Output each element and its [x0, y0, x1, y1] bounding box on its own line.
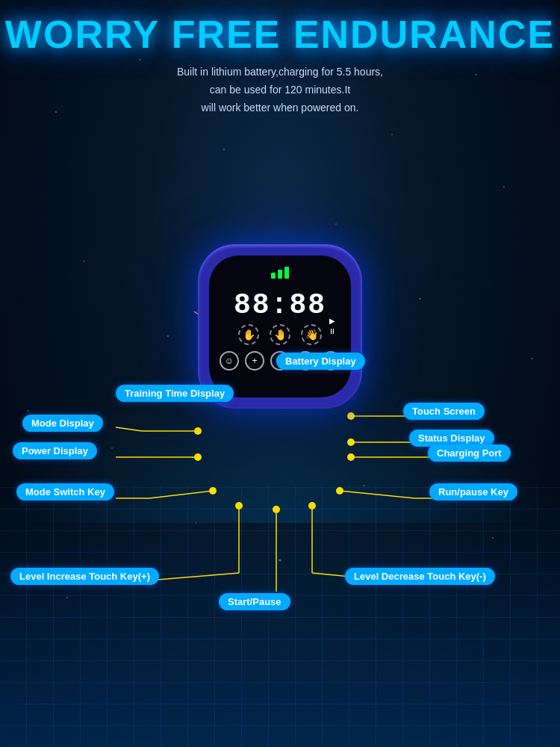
page-content: WORRY FREE ENDURANCE Built in lithium ba… — [0, 0, 560, 747]
run-pause-key-label: Run/pause Key — [429, 483, 517, 500]
training-time-display-label: Training Time Display — [116, 385, 234, 402]
time-value: 88:88 — [234, 289, 326, 321]
device: 88:88 ▶ ⏸ ✋ 🤚 👋 ☺ + ⏻ − — [198, 244, 362, 409]
svg-line-7 — [116, 427, 142, 431]
level-decrease-label: Level Decrease Touch Key(-) — [345, 568, 495, 585]
level-increase-label: Level Increase Touch Key(+) — [10, 568, 159, 585]
subtitle: Built in lithium battery,charging for 5.… — [177, 56, 383, 117]
svg-point-29 — [347, 453, 355, 461]
mode-icon-2: 🤚 — [270, 324, 290, 345]
device-area: 88:88 ▶ ⏸ ✋ 🤚 👋 ☺ + ⏻ − — [0, 132, 560, 618]
battery-display-label: Battery Display — [276, 353, 365, 370]
svg-line-18 — [149, 573, 239, 580]
subtitle-line2: can be used for 120 minutes.It — [210, 84, 350, 96]
battery-bar-1 — [271, 273, 276, 279]
plus-button[interactable]: + — [245, 351, 264, 371]
start-pause-label: Start/Pause — [219, 593, 290, 610]
svg-line-15 — [340, 491, 414, 498]
mode-display-label: Mode Display — [22, 415, 103, 432]
svg-point-25 — [347, 412, 355, 420]
play-icon: ▶ — [329, 317, 335, 325]
svg-point-27 — [194, 453, 202, 461]
mode-icon-3: 👋 — [301, 324, 322, 345]
battery-bar-3 — [284, 267, 289, 279]
battery-bars-display — [271, 267, 289, 279]
device-screen: 88:88 ▶ ⏸ ✋ 🤚 👋 ☺ + ⏻ − — [209, 255, 351, 397]
svg-point-33 — [308, 502, 316, 509]
svg-line-13 — [149, 491, 213, 498]
svg-point-34 — [273, 506, 280, 513]
battery-bar-2 — [278, 270, 282, 279]
mode-icon-1: ✋ — [238, 324, 259, 345]
svg-point-28 — [347, 438, 355, 446]
svg-point-32 — [235, 502, 243, 509]
mode-icons-row: ✋ 🤚 👋 — [238, 324, 322, 345]
play-pause-icons: ▶ ⏸ — [329, 317, 336, 335]
pause-icon: ⏸ — [329, 328, 336, 335]
time-display: 88:88 — [234, 289, 326, 321]
svg-point-31 — [336, 487, 343, 495]
svg-point-26 — [194, 427, 202, 435]
subtitle-line1: Built in lithium battery,charging for 5.… — [177, 66, 383, 78]
page-title: WORRY FREE ENDURANCE — [5, 13, 555, 56]
mode-switch-key-label: Mode Switch Key — [16, 483, 114, 500]
touch-screen-label: Touch Screen — [403, 403, 485, 420]
smile-button[interactable]: ☺ — [220, 351, 239, 371]
svg-point-30 — [209, 487, 217, 495]
charging-port-label: Charging Port — [428, 444, 511, 462]
subtitle-line3: will work better when powered on. — [202, 102, 359, 114]
power-display-label: Power Display — [13, 442, 97, 459]
